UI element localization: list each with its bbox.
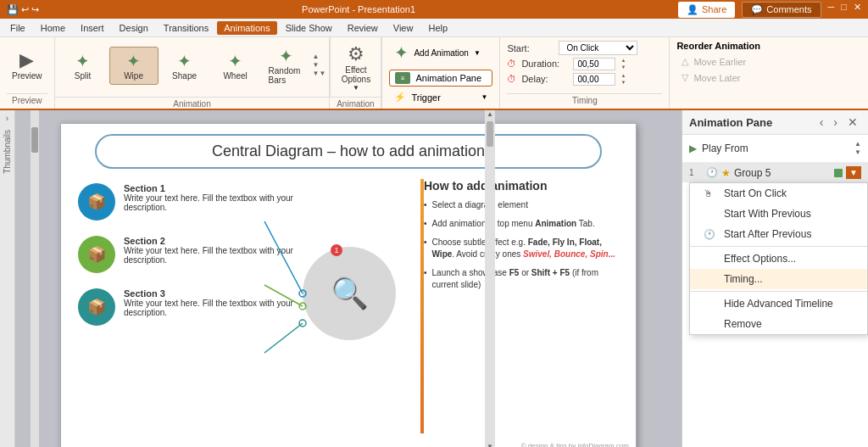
share-icon: 👤 [687, 4, 698, 15]
vertical-scrollbar-left[interactable] [31, 110, 39, 447]
ctx-separator-2 [690, 291, 867, 292]
menu-review[interactable]: Review [341, 21, 385, 35]
ctx-separator-1 [690, 246, 867, 247]
main-area: › Thumbnails Central Diagram – how to ad… [0, 110, 868, 447]
play-arrow-down[interactable]: ▼ [854, 148, 861, 157]
scroll-down-button[interactable]: ▼ [313, 61, 326, 70]
scroll-down-btn[interactable]: ▼ [487, 443, 493, 447]
reorder-title: Reorder Animation [676, 41, 760, 51]
menu-home[interactable]: Home [34, 21, 72, 35]
slide-area: Central Diagram – how to add animation 📦… [15, 110, 682, 447]
anim-group-5-row: 1 🕐 ★ Group 5 ▼ [682, 163, 868, 182]
advanced-animation-group: ✦ Add Animation ▼ ≡ Animation Pane ⚡ Tri… [381, 37, 500, 109]
minimize-button[interactable]: ─ [828, 2, 835, 18]
anim-pane-controls: ‹ › ✕ [816, 115, 861, 129]
duration-down[interactable]: ▼ [620, 64, 626, 70]
animation-pane: Animation Pane ‹ › ✕ ▶ Play From ▲ ▼ 1 🕐… [682, 110, 868, 447]
copyright: © design & tips by infoDiagram.com [521, 442, 629, 448]
ctx-timing[interactable]: Timing... [690, 269, 867, 289]
menu-animations[interactable]: Animations [217, 21, 276, 35]
move-earlier-icon: △ [682, 56, 688, 67]
ctx-hide-timeline[interactable]: Hide Advanced Timeline [690, 293, 867, 314]
delay-input[interactable] [573, 73, 615, 86]
ctx-mouse-icon: 🖱 [704, 188, 717, 198]
menu-slideshow[interactable]: Slide Show [279, 21, 339, 35]
ctx-effect-options[interactable]: Effect Options... [690, 249, 867, 269]
delay-down[interactable]: ▼ [620, 79, 626, 86]
scroll-more-button[interactable]: ▼▼ [313, 70, 326, 78]
anim-pane-header: Animation Pane ‹ › ✕ [682, 110, 868, 135]
shape-icon: ✦ [177, 51, 192, 71]
animations-group: ✦ Split ✦ Wipe ✦ Shape ✦ Wheel ✦ Random … [55, 37, 331, 109]
ctx-start-on-click[interactable]: 🖱 Start On Click [690, 183, 867, 204]
anim-pane-close-btn[interactable]: ✕ [844, 115, 861, 129]
share-button[interactable]: 👤 Share [678, 2, 735, 18]
trigger-button[interactable]: ⚡ Trigger ▼ [389, 90, 492, 104]
ctx-remove[interactable]: Remove [690, 314, 867, 334]
scroll-thumb-left [31, 127, 38, 153]
animation-badge: 1 [331, 244, 342, 256]
window-title: PowerPoint - Presentation1 [39, 4, 678, 14]
animation-group-label: Animation [55, 97, 330, 109]
section-3-icon: 📦 [78, 288, 115, 326]
add-animation-button[interactable]: ✦ Add Animation ▼ [389, 41, 485, 64]
anim-item-duration-bar [834, 169, 843, 177]
ctx-start-after-previous[interactable]: 🕐 Start After Previous [690, 224, 867, 244]
animation-pane-button[interactable]: ≡ Animation Pane [389, 70, 492, 87]
how-item-4: • Launch a showcase F5 or Shift + F5 (if… [424, 267, 619, 291]
play-from-icon: ▶ [689, 142, 697, 154]
scroll-up-btn[interactable]: ▲ [487, 110, 493, 118]
shape-button[interactable]: ✦ Shape [160, 47, 209, 84]
effect-options-group: ⚙ Effect Options ▼ Animation [330, 37, 381, 109]
title-bar-right: 👤 Share 💬 Comments ─ □ ✕ [678, 2, 861, 18]
delay-label: Delay: [521, 74, 568, 84]
effect-options-button[interactable]: ⚙ Effect Options ▼ [330, 37, 381, 97]
wheel-button[interactable]: ✦ Wheel [211, 47, 260, 84]
random-bars-button[interactable]: ✦ Random Bars [262, 42, 311, 88]
duration-up[interactable]: ▲ [620, 57, 626, 64]
ctx-start-with-previous[interactable]: Start With Previous [690, 204, 867, 224]
anim-pane-next-btn[interactable]: › [830, 115, 841, 129]
vertical-scrollbar[interactable]: ▲ ▼ ↔ ⊡ [485, 110, 495, 447]
start-select[interactable]: On Click With Previous After Previous [559, 41, 637, 55]
menu-insert[interactable]: Insert [74, 21, 111, 35]
how-item-3: • Choose subtle effect e.g. Fade, Fly In… [424, 237, 619, 260]
menu-transitions[interactable]: Transitions [157, 21, 215, 35]
move-later-button[interactable]: ▽ Move Later [676, 70, 760, 85]
slide[interactable]: Central Diagram – how to add animation 📦… [60, 123, 637, 448]
wheel-icon: ✦ [228, 51, 242, 71]
duration-input[interactable] [573, 58, 615, 70]
effect-options-arrow: ▼ [353, 84, 359, 92]
scroll-up-button[interactable]: ▲ [313, 53, 326, 61]
how-to-box: How to add animation • Select a diagram … [424, 179, 619, 298]
menu-file[interactable]: File [3, 21, 32, 35]
wipe-button[interactable]: ✦ Wipe [109, 47, 159, 85]
delay-up[interactable]: ▲ [620, 72, 626, 79]
delay-row: ⏱ Delay: ▲ ▼ [507, 72, 662, 86]
preview-button[interactable]: ▶ Preview [7, 47, 47, 82]
maximize-button[interactable]: □ [841, 2, 847, 18]
comments-button[interactable]: 💬 Comments [742, 2, 821, 18]
anim-pane-title: Animation Pane [689, 116, 772, 129]
split-button[interactable]: ✦ Split [58, 47, 108, 84]
quick-access: 💾 ↩ ↪ [7, 4, 39, 15]
split-icon: ✦ [75, 51, 90, 71]
anim-pane-prev-btn[interactable]: ‹ [816, 115, 827, 129]
delay-spin: ▲ ▼ [620, 72, 626, 86]
anim-item-dropdown-btn[interactable]: ▼ [846, 166, 861, 179]
play-arrow-up[interactable]: ▲ [854, 140, 861, 148]
panel-toggle[interactable]: › [6, 114, 8, 123]
animation-pane-icon: ≡ [395, 72, 410, 84]
effect-options-icon: ⚙ [348, 43, 364, 65]
start-row: Start: On Click With Previous After Prev… [507, 41, 662, 55]
close-button[interactable]: ✕ [854, 2, 861, 18]
title-bar-left: 💾 ↩ ↪ [7, 4, 39, 15]
menu-view[interactable]: View [387, 21, 420, 35]
menu-design[interactable]: Design [113, 21, 155, 35]
section-3: 📦 Section 3 Write your text here. Fill t… [78, 288, 315, 326]
title-bar: 💾 ↩ ↪ PowerPoint - Presentation1 👤 Share… [0, 0, 868, 19]
menu-help[interactable]: Help [421, 21, 454, 35]
move-earlier-button[interactable]: △ Move Earlier [676, 54, 760, 69]
start-label: Start: [507, 43, 554, 53]
section-2: 📦 Section 2 Write your text here. Fill t… [78, 236, 315, 273]
